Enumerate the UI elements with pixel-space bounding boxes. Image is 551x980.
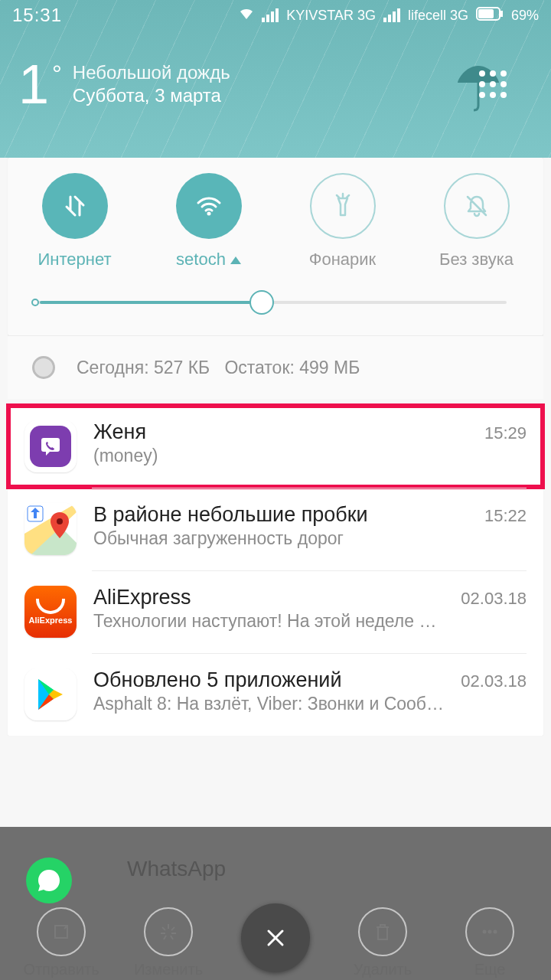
- viber-app-icon: [24, 420, 77, 472]
- apps-grid-icon[interactable]: [479, 70, 507, 98]
- action-edit[interactable]: Изменить: [119, 907, 218, 978]
- toggle-flashlight-label: Фонарик: [309, 250, 377, 270]
- action-send[interactable]: Отправить: [11, 907, 111, 978]
- notification-title: Женя: [93, 420, 468, 444]
- notification-subtitle: Технологии наступают! На этой неделе — г…: [93, 611, 444, 632]
- whatsapp-row: WhatsApp: [0, 827, 551, 906]
- weather-date: Суббота, 3 марта: [73, 85, 230, 106]
- svg-point-4: [207, 212, 210, 216]
- notification-time: 02.03.18: [461, 671, 527, 691]
- toggle-internet[interactable]: Интернет: [8, 173, 142, 270]
- whatsapp-icon: [26, 858, 72, 903]
- notification-subtitle: (money): [93, 446, 468, 466]
- notification-time: 15:29: [484, 423, 527, 443]
- aliexpress-app-icon: AliExpress: [24, 586, 77, 638]
- background-overlay: WhatsApp Отправить Изменить . Удалить Ещ…: [0, 827, 551, 980]
- carrier-1: KYIVSTAR 3G: [286, 8, 376, 24]
- battery-icon: [476, 7, 504, 24]
- brightness-thumb[interactable]: [249, 290, 274, 315]
- svg-line-19: [162, 927, 165, 930]
- toggle-silent-label: Без звука: [439, 250, 514, 270]
- notification-time: 02.03.18: [461, 589, 527, 609]
- toggle-silent[interactable]: Без звука: [409, 173, 543, 270]
- weather-condition: Небольшой дождь: [73, 62, 230, 83]
- action-more[interactable]: Еще: [440, 907, 540, 978]
- maps-app-icon: [24, 503, 77, 555]
- svg-point-15: [57, 518, 63, 524]
- brightness-slider[interactable]: [8, 277, 543, 335]
- quick-toggles: Интернет setoch Фонарик Без звука: [8, 158, 543, 277]
- data-usage-row[interactable]: Сегодня: 527 КБ Остаток: 499 МБ: [8, 335, 543, 399]
- svg-point-25: [483, 930, 487, 934]
- carrier-2: lifecell 3G: [408, 8, 468, 24]
- svg-rect-3: [478, 9, 494, 18]
- signal-bars-2-icon: [383, 8, 400, 22]
- play-store-app-icon: [24, 668, 77, 720]
- svg-rect-2: [500, 11, 503, 17]
- notification-viber[interactable]: Женя (money) 15:29: [8, 405, 543, 488]
- svg-point-27: [494, 930, 497, 934]
- status-bar: 15:31 KYIVSTAR 3G lifecell 3G 69%: [0, 0, 551, 31]
- notification-play[interactable]: Обновлено 5 приложений Asphalt 8: На взл…: [8, 653, 543, 736]
- svg-line-20: [171, 927, 174, 930]
- toggle-wifi[interactable]: setoch: [142, 173, 276, 270]
- clock: 15:31: [12, 5, 62, 26]
- toggle-wifi-label: setoch: [176, 250, 226, 269]
- dropdown-triangle-icon: [230, 256, 241, 264]
- svg-line-23: [164, 936, 166, 939]
- close-button[interactable]: [241, 903, 310, 972]
- notification-title: AliExpress: [93, 586, 444, 609]
- notification-time: 15:22: [484, 506, 527, 526]
- battery-percent: 69%: [511, 8, 539, 24]
- notification-subtitle: Обычная загруженность дорог: [93, 528, 468, 549]
- whatsapp-label: WhatsApp: [127, 857, 226, 881]
- notification-title: Обновлено 5 приложений: [93, 668, 444, 692]
- signal-bars-1-icon: [262, 8, 279, 22]
- notification-aliexpress[interactable]: AliExpress AliExpress Технологии наступа…: [8, 570, 543, 653]
- action-delete[interactable]: Удалить: [333, 907, 432, 978]
- data-usage-indicator-icon: [32, 356, 55, 379]
- temperature: 1°: [18, 57, 62, 112]
- notifications-list: Женя (money) 15:29 В районе небольшие пр…: [8, 405, 543, 736]
- notification-maps[interactable]: В районе небольшие пробки Обычная загруж…: [8, 488, 543, 570]
- svg-line-24: [171, 936, 173, 939]
- toggle-flashlight[interactable]: Фонарик: [276, 173, 409, 270]
- toggle-internet-label: Интернет: [38, 250, 112, 269]
- notification-subtitle: Asphalt 8: На взлёт, Viber: Звонки и Соо…: [93, 694, 444, 714]
- wifi-icon: [239, 7, 254, 24]
- svg-point-26: [488, 930, 492, 934]
- notification-title: В районе небольшие пробки: [93, 503, 468, 527]
